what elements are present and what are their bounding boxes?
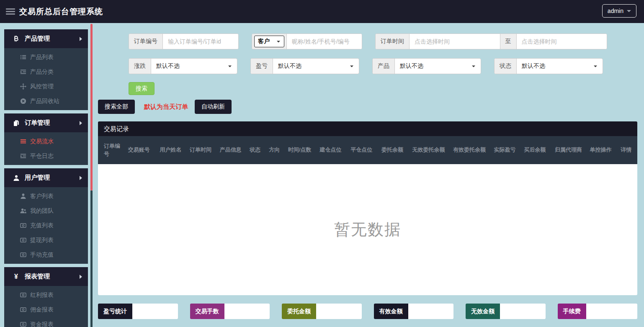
column-header: 无效委托余额 <box>412 146 453 154</box>
column-header: 订单编号 <box>104 142 128 158</box>
search-button[interactable]: 搜索 <box>129 82 155 95</box>
sidebar-item-product-recycle[interactable]: 产品回收站 <box>4 94 88 108</box>
order-number-label: 订单编号 <box>129 34 163 49</box>
customer-select-value: 客户 <box>258 38 270 45</box>
column-header: 方向 <box>269 146 288 154</box>
sidebar-item-product-category[interactable]: 产品分类 <box>4 64 88 79</box>
sidebar-header-products[interactable]: 产品管理 <box>4 29 88 48</box>
trade-records-panel: 交易记录 订单编号 交易账号 用户姓名 订单时间 产品信息 状态 方向 时间/点… <box>98 121 637 295</box>
start-time-input[interactable] <box>410 34 500 49</box>
stat-label: 委托金额 <box>282 304 316 319</box>
stat-label: 手续费 <box>558 304 586 319</box>
chevron-right-icon <box>80 176 82 180</box>
sidebar-header-label: 订单管理 <box>25 119 80 127</box>
sidebar-item-commission-report[interactable]: 佣金报表 <box>4 302 88 317</box>
sidebar-item-bonus-report[interactable]: 红利报表 <box>4 288 88 302</box>
order-number-input[interactable] <box>163 34 238 49</box>
sidebar-item-manual-deposit[interactable]: 手动充值 <box>4 247 88 262</box>
sidebar-header-users[interactable]: 用户管理 <box>4 168 88 187</box>
product-select-value: 默认不选 <box>400 62 423 70</box>
sidebar-submenu-products: 产品列表 产品分类 风控管理 产品回收站 <box>4 48 88 110</box>
status-select[interactable]: 默认不选 <box>517 59 603 74</box>
profit-select[interactable]: 默认不选 <box>273 59 359 74</box>
stats-row: 盈亏统计 交易手数 委托金额 有效金额 无效金额 手续费 <box>98 304 637 319</box>
sidebar-header-label: 报表管理 <box>25 273 80 281</box>
money-icon <box>20 321 26 327</box>
auto-refresh-button[interactable]: 自动刷新 <box>195 100 232 114</box>
actions-row: 搜索全部 默认为当天订单 自动刷新 <box>98 100 637 114</box>
sidebar-submenu-reports: 红利报表 佣金报表 资金报表 <box>4 286 88 327</box>
sidebar-item-label: 产品分类 <box>30 68 54 76</box>
sidebar-section-users: 用户管理 客户列表 我的团队 充值列表 <box>4 168 88 264</box>
yen-icon: ¥ <box>13 273 20 280</box>
search-all-button[interactable]: 搜索全部 <box>98 100 135 114</box>
sidebar-item-label: 红利报表 <box>30 291 54 299</box>
hamburger-menu-icon[interactable] <box>6 7 15 16</box>
admin-username: admin <box>608 8 623 14</box>
bitcoin-icon <box>13 35 20 42</box>
sidebar-header-orders[interactable]: 订单管理 <box>4 113 88 132</box>
copy-icon <box>13 119 20 126</box>
user-icon <box>20 193 26 199</box>
product-select[interactable]: 默认不选 <box>395 59 481 74</box>
order-time-label: 订单时间 <box>376 34 410 49</box>
sidebar-item-label: 资金报表 <box>30 321 54 327</box>
column-header: 平仓点位 <box>350 146 381 154</box>
stat-value <box>132 304 178 319</box>
table-body: 暂无数据 <box>98 164 637 295</box>
customer-type-select[interactable]: 客户 <box>254 36 284 47</box>
sidebar-item-withdraw-list[interactable]: 提现列表 <box>4 233 88 247</box>
column-header: 交易账号 <box>128 146 160 154</box>
sidebar-item-trade-flow[interactable]: 交易流水 <box>4 134 88 149</box>
sidebar-item-label: 佣金报表 <box>30 306 54 314</box>
column-header: 建仓点位 <box>320 146 351 154</box>
admin-dropdown-button[interactable]: admin <box>602 4 636 18</box>
main-content: 订单编号 客户 订单时间 至 涨跌 <box>98 23 637 319</box>
sidebar-item-deposit-list[interactable]: 充值列表 <box>4 218 88 233</box>
sidebar-submenu-orders: 交易流水 平仓日志 <box>4 132 88 165</box>
circle-x-icon <box>20 98 26 104</box>
chevron-down-icon <box>350 65 353 67</box>
chevron-right-icon <box>80 37 82 41</box>
user-icon <box>13 174 20 181</box>
table-header-row: 订单编号 交易账号 用户姓名 订单时间 产品信息 状态 方向 时间/点数 建仓点… <box>98 136 637 164</box>
column-header: 委托余额 <box>381 146 412 154</box>
sidebar-item-customer-list[interactable]: 客户列表 <box>4 189 88 203</box>
panel-title: 交易记录 <box>98 121 637 136</box>
money-icon <box>20 306 26 313</box>
sidebar-item-label: 充值列表 <box>30 222 54 229</box>
scrollbar-track <box>90 191 93 327</box>
default-today-note: 默认为当天订单 <box>144 103 188 111</box>
updown-select[interactable]: 默认不选 <box>151 59 237 74</box>
chevron-down-icon <box>228 65 232 67</box>
updown-label: 涨跌 <box>129 59 151 74</box>
sidebar-submenu-users: 客户列表 我的团队 充值列表 提现列表 <box>4 187 88 264</box>
list-icon <box>20 138 26 144</box>
stat-value <box>316 304 362 319</box>
stat-value <box>586 304 638 319</box>
sidebar-item-funds-report[interactable]: 资金报表 <box>4 317 88 327</box>
stat-profit-total: 盈亏统计 <box>98 304 178 319</box>
sidebar-header-reports[interactable]: ¥ 报表管理 <box>4 267 88 286</box>
profit-select-value: 默认不选 <box>278 62 301 70</box>
stat-value <box>408 304 454 319</box>
sidebar-item-risk-control[interactable]: 风控管理 <box>4 79 88 94</box>
end-time-input[interactable] <box>517 34 607 49</box>
column-header: 实际盈亏 <box>494 146 524 154</box>
column-header: 归属代理商 <box>555 146 590 154</box>
sidebar-item-close-log[interactable]: 平仓日志 <box>4 149 88 163</box>
customer-search-input[interactable] <box>287 34 362 49</box>
chevron-right-icon <box>80 275 82 279</box>
stat-label: 无效金额 <box>466 304 500 319</box>
stat-trade-lots: 交易手数 <box>190 304 270 319</box>
sidebar-item-label: 风控管理 <box>30 83 54 90</box>
sidebar-scrollbar[interactable] <box>90 24 93 327</box>
scrollbar-thumb[interactable] <box>90 24 93 191</box>
column-header: 单控操作 <box>590 146 621 154</box>
filter-form: 订单编号 客户 订单时间 至 涨跌 <box>98 33 637 74</box>
status-filter-group: 状态 默认不选 <box>494 58 603 74</box>
stat-label: 有效金额 <box>374 304 408 319</box>
sidebar-item-product-list[interactable]: 产品列表 <box>4 50 88 64</box>
column-header: 详情 <box>621 146 637 154</box>
sidebar-item-my-team[interactable]: 我的团队 <box>4 203 88 218</box>
